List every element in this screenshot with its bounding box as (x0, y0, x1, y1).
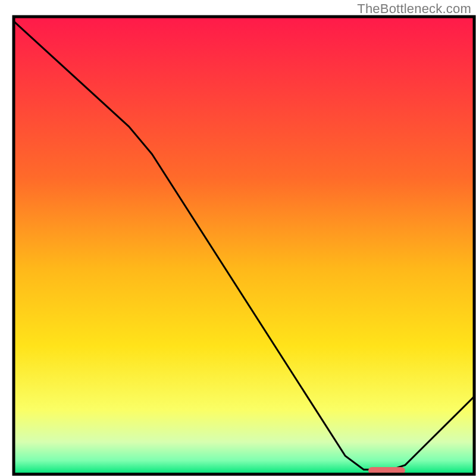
chart-container: TheBottleneck.com (0, 0, 476, 476)
attribution-text: TheBottleneck.com (357, 1, 471, 17)
bottleneck-chart (0, 0, 476, 476)
